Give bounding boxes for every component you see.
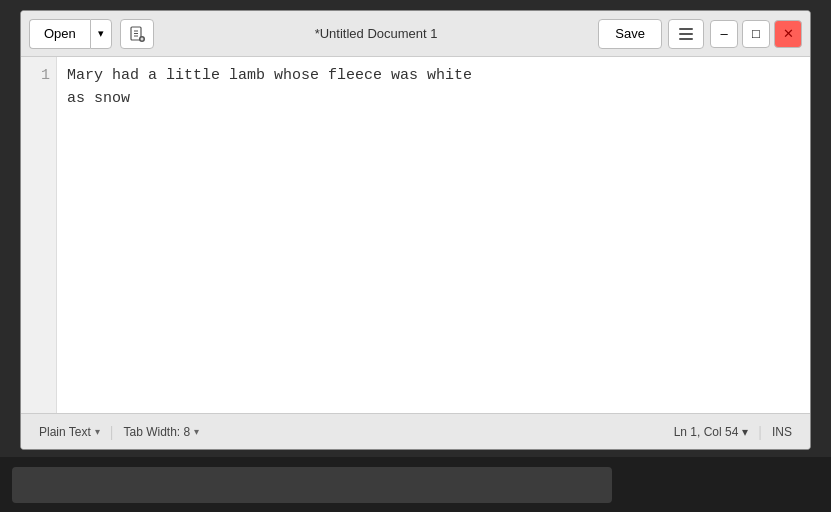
insert-mode-indicator: INS [766, 423, 798, 441]
open-dropdown-button[interactable]: ▾ [90, 19, 112, 49]
position-label: Ln 1, Col 54 [674, 425, 739, 439]
save-button[interactable]: Save [598, 19, 662, 49]
editor-container: 1 Mary had a little lamb whose fleece wa… [21, 57, 810, 413]
new-document-button[interactable] [120, 19, 154, 49]
cursor-position[interactable]: Ln 1, Col 54 ▾ [668, 423, 755, 441]
maximize-button[interactable]: □ [742, 20, 770, 48]
menu-button[interactable] [668, 19, 704, 49]
tab-width-selector[interactable]: Tab Width: 8 ▾ [117, 423, 205, 441]
line-number: 1 [29, 65, 50, 88]
minimize-button[interactable]: – [710, 20, 738, 48]
status-separator-2: | [758, 424, 762, 440]
file-type-label: Plain Text [39, 425, 91, 439]
window-controls: – □ ✕ [710, 20, 802, 48]
tab-width-label: Tab Width: 8 [123, 425, 190, 439]
taskbar [0, 457, 831, 512]
editor-textarea[interactable]: Mary had a little lamb whose fleece was … [57, 57, 810, 413]
document-title: *Untitled Document 1 [154, 26, 599, 41]
new-doc-icon [129, 26, 145, 42]
tab-width-chevron-icon: ▾ [194, 426, 199, 437]
file-type-selector[interactable]: Plain Text ▾ [33, 423, 106, 441]
file-type-chevron-icon: ▾ [95, 426, 100, 437]
titlebar: Open ▾ *Untitled Document 1 Save [21, 11, 810, 57]
position-chevron-icon: ▾ [742, 425, 748, 439]
main-window: Open ▾ *Untitled Document 1 Save [20, 10, 811, 450]
open-button[interactable]: Open [29, 19, 90, 49]
status-separator-1: | [110, 424, 114, 440]
close-button[interactable]: ✕ [774, 20, 802, 48]
line-numbers: 1 [21, 57, 57, 413]
taskbar-window-item[interactable] [12, 467, 612, 503]
open-group: Open ▾ [29, 19, 112, 49]
statusbar: Plain Text ▾ | Tab Width: 8 ▾ Ln 1, Col … [21, 413, 810, 449]
hamburger-icon [679, 28, 693, 40]
chevron-down-icon: ▾ [98, 27, 104, 40]
